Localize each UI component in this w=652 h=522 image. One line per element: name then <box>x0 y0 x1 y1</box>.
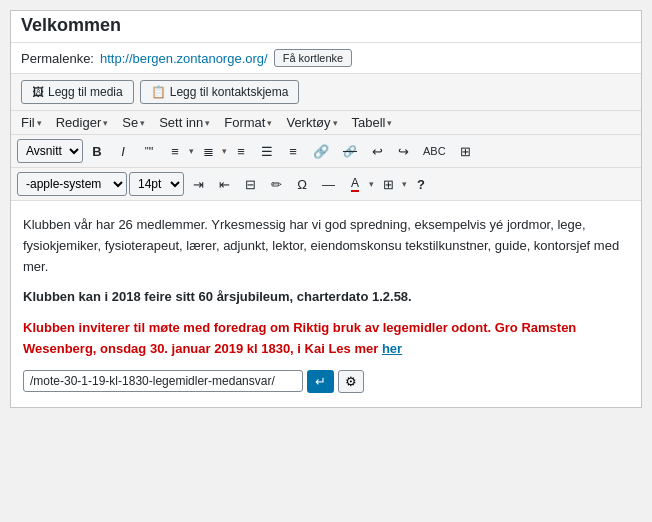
link-settings-button[interactable]: ⚙ <box>338 370 364 393</box>
add-form-button[interactable]: 📋 Legg til kontaktskjema <box>140 80 300 104</box>
permalink-label: Permalenke: <box>21 51 94 66</box>
unlink-button[interactable]: 🔗 <box>337 139 363 163</box>
paragraph-select[interactable]: Avsnitt <box>17 139 83 163</box>
unordered-list-button[interactable]: ≡ <box>163 139 187 163</box>
chevron-down-icon: ▾ <box>103 118 108 128</box>
ul-arrow-icon: ▾ <box>189 146 194 156</box>
add-media-button[interactable]: 🖼 Legg til media <box>21 80 134 104</box>
menu-format[interactable]: Format ▾ <box>224 115 272 130</box>
paragraph-3-link[interactable]: her <box>382 341 402 356</box>
fullscreen-button[interactable]: ⊞ <box>454 139 478 163</box>
link-submit-button[interactable]: ↵ <box>307 370 334 393</box>
menu-se[interactable]: Se ▾ <box>122 115 145 130</box>
chevron-down-icon: ▾ <box>267 118 272 128</box>
ol-arrow-icon: ▾ <box>222 146 227 156</box>
help-button[interactable]: ? <box>409 172 433 196</box>
add-form-icon: 📋 <box>151 85 166 99</box>
paragraph-1: Klubben vår har 26 medlemmer. Yrkesmessi… <box>23 215 629 277</box>
permalink-url[interactable]: http://bergen.zontanorge.org/ <box>100 51 268 66</box>
toolbar-row-2: -apple-system 14pt ⇥ ⇤ ⊟ ✏ Ω ― A ▾ ⊞ ▾ ? <box>11 168 641 201</box>
add-media-label: Legg til media <box>48 85 123 99</box>
paragraph-2-text: Klubben kan i 2018 feire sitt 60 årsjubi… <box>23 289 412 304</box>
chevron-down-icon: ▾ <box>140 118 145 128</box>
font-color-button[interactable]: A <box>343 172 367 196</box>
menu-verktoy[interactable]: Verktøy ▾ <box>286 115 337 130</box>
table-arrow-icon: ▾ <box>402 179 407 189</box>
content-area[interactable]: Klubben vår har 26 medlemmer. Yrkesmessi… <box>11 201 641 407</box>
color-arrow-icon: ▾ <box>369 179 374 189</box>
link-tooltip: ↵ ⚙ <box>23 370 629 393</box>
font-select[interactable]: -apple-system <box>17 172 127 196</box>
align-center-button[interactable]: ☰ <box>255 139 279 163</box>
link-button[interactable]: 🔗 <box>307 139 335 163</box>
menu-bar: Fil ▾ Rediger ▾ Se ▾ Sett inn ▾ Format ▾… <box>11 111 641 135</box>
toolbar-row-1: Avsnitt B I "" ≡ ▾ ≣ ▾ ≡ ☰ ≡ 🔗 🔗 ↩ ↪ ABC… <box>11 135 641 168</box>
paragraph-3: Klubben inviterer til møte med foredrag … <box>23 318 629 360</box>
undo-button[interactable]: ↩ <box>365 139 389 163</box>
add-media-icon: 🖼 <box>32 85 44 99</box>
menu-fil[interactable]: Fil ▾ <box>21 115 42 130</box>
hr-button[interactable]: ― <box>316 172 341 196</box>
blockquote-button[interactable]: "" <box>137 139 161 163</box>
italic-button[interactable]: I <box>111 139 135 163</box>
shorten-link-button[interactable]: Få kortlenke <box>274 49 353 67</box>
menu-rediger[interactable]: Rediger ▾ <box>56 115 109 130</box>
format-block-button[interactable]: ⊟ <box>238 172 262 196</box>
outdent-button[interactable]: ⇤ <box>212 172 236 196</box>
menu-tabell[interactable]: Tabell ▾ <box>352 115 393 130</box>
paragraph-1-text: Klubben vår har 26 medlemmer. Yrkesmessi… <box>23 217 619 274</box>
paragraph-2: Klubben kan i 2018 feire sitt 60 årsjubi… <box>23 287 629 308</box>
chevron-down-icon: ▾ <box>333 118 338 128</box>
omega-button[interactable]: Ω <box>290 172 314 196</box>
align-right-button[interactable]: ≡ <box>281 139 305 163</box>
ordered-list-button[interactable]: ≣ <box>196 139 220 163</box>
chevron-down-icon: ▾ <box>37 118 42 128</box>
redo-button[interactable]: ↪ <box>391 139 415 163</box>
media-bar: 🖼 Legg til media 📋 Legg til kontaktskjem… <box>11 74 641 111</box>
paragraph-3-text: Klubben inviterer til møte med foredrag … <box>23 320 576 356</box>
align-left-button[interactable]: ≡ <box>229 139 253 163</box>
add-form-label: Legg til kontaktskjema <box>170 85 289 99</box>
spellcheck-button[interactable]: ABC <box>417 139 452 163</box>
size-select[interactable]: 14pt <box>129 172 184 196</box>
editor-title: Velkommen <box>11 11 641 43</box>
link-url-input[interactable] <box>23 370 303 392</box>
menu-sett-inn[interactable]: Sett inn ▾ <box>159 115 210 130</box>
chevron-down-icon: ▾ <box>205 118 210 128</box>
bold-button[interactable]: B <box>85 139 109 163</box>
pencil-button[interactable]: ✏ <box>264 172 288 196</box>
table-button[interactable]: ⊞ <box>376 172 400 196</box>
page-title: Velkommen <box>21 15 121 35</box>
chevron-down-icon: ▾ <box>387 118 392 128</box>
indent-button[interactable]: ⇥ <box>186 172 210 196</box>
permalink-bar: Permalenke: http://bergen.zontanorge.org… <box>11 43 641 74</box>
